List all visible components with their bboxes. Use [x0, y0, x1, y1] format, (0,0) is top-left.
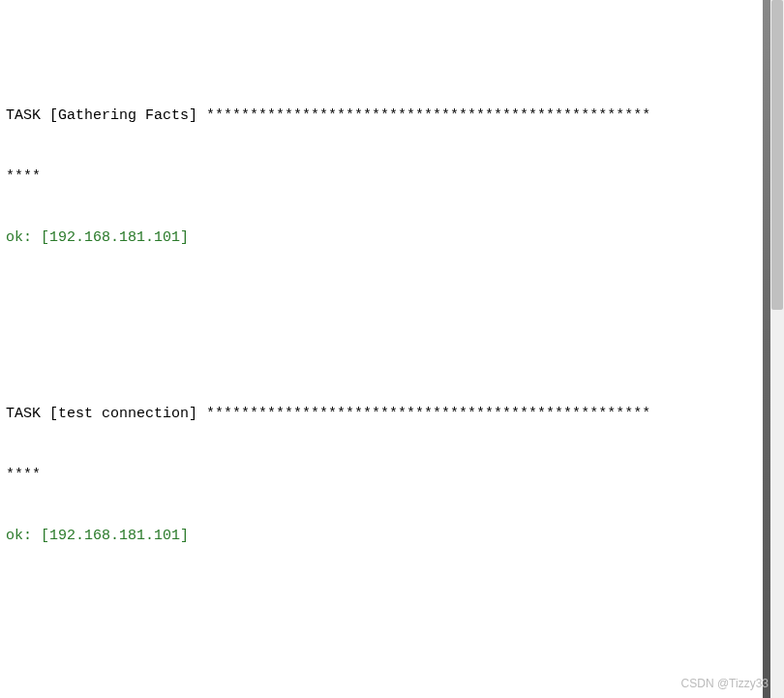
- scrollbar-track[interactable]: [770, 0, 784, 698]
- task-block-1: TASK [test connection] *****************…: [6, 363, 761, 587]
- task-suffix: ]: [189, 107, 206, 124]
- task-prefix: TASK [: [6, 107, 58, 124]
- task-stars-wrap: ****: [6, 465, 761, 485]
- task-block-2: TASK [disable selinux] *****************…: [6, 661, 761, 698]
- task-stars: ****************************************…: [206, 107, 650, 124]
- task-name: test connection: [58, 406, 189, 422]
- window-edge: [763, 0, 770, 698]
- task-block-0: TASK [Gathering Facts] *****************…: [6, 65, 761, 288]
- status-host: 192.168.181.101: [49, 229, 180, 246]
- task-header: TASK [Gathering Facts] *****************…: [6, 106, 761, 126]
- task-stars: ****************************************…: [206, 406, 650, 422]
- task-status-line: ok: [192.168.181.101]: [6, 228, 761, 248]
- status-suffix: ]: [180, 528, 189, 544]
- watermark: CSDN @Tizzy33: [681, 676, 769, 692]
- status-prefix: ok: [: [6, 229, 49, 246]
- task-stars-wrap: ****: [6, 167, 761, 187]
- task-name: Gathering Facts: [58, 107, 189, 124]
- terminal-output: TASK [Gathering Facts] *****************…: [6, 4, 761, 698]
- status-host: 192.168.181.101: [49, 528, 180, 544]
- task-status-line: ok: [192.168.181.101]: [6, 526, 761, 546]
- task-prefix: TASK [: [6, 406, 58, 422]
- task-suffix: ]: [189, 406, 206, 422]
- status-suffix: ]: [180, 229, 189, 246]
- task-header: TASK [test connection] *****************…: [6, 404, 761, 424]
- scrollbar-thumb[interactable]: [771, 0, 783, 310]
- status-prefix: ok: [: [6, 528, 49, 544]
